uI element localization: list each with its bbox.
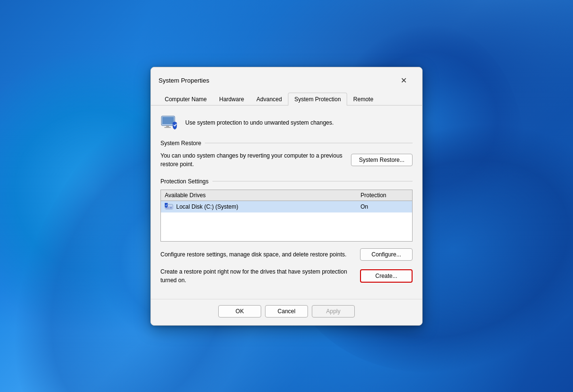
ok-button[interactable]: OK	[218, 305, 261, 318]
title-bar: System Properties ✕	[151, 67, 422, 88]
tab-system-protection[interactable]: System Protection	[288, 93, 347, 106]
configure-row: Configure restore settings, manage disk …	[160, 248, 413, 261]
table-empty-area	[161, 212, 412, 241]
system-restore-section-header: System Restore	[160, 140, 413, 147]
drive-name-cell: Local Disk (C:) (System)	[165, 203, 361, 211]
svg-rect-2	[166, 126, 169, 127]
system-properties-dialog: System Properties ✕ Computer Name Hardwa…	[150, 67, 423, 326]
tab-hardware[interactable]: Hardware	[213, 93, 250, 106]
dialog-title: System Properties	[159, 77, 209, 84]
dialog-body: Use system protection to undo unwanted s…	[151, 106, 422, 299]
header-section: Use system protection to undo unwanted s…	[160, 113, 413, 132]
svg-point-6	[170, 207, 172, 208]
drive-icon	[165, 203, 173, 211]
create-button[interactable]: Create...	[360, 269, 413, 283]
tab-computer-name[interactable]: Computer Name	[159, 93, 213, 106]
tab-remote[interactable]: Remote	[347, 93, 380, 106]
header-description: Use system protection to undo unwanted s…	[185, 119, 334, 126]
cancel-button[interactable]: Cancel	[265, 305, 308, 318]
system-restore-button[interactable]: System Restore...	[351, 154, 413, 166]
close-button[interactable]: ✕	[393, 73, 414, 88]
configure-description: Configure restore settings, manage disk …	[160, 250, 352, 259]
drive-protection-status: On	[361, 203, 368, 210]
section-divider	[205, 143, 413, 143]
system-restore-section: You can undo system changes by reverting…	[160, 151, 413, 169]
title-bar-controls: ✕	[393, 73, 414, 88]
create-description: Create a restore point right now for the…	[160, 267, 352, 285]
apply-button[interactable]: Apply	[312, 305, 355, 318]
tab-bar: Computer Name Hardware Advanced System P…	[151, 88, 422, 106]
drive-name: Local Disk (C:) (System)	[176, 203, 238, 210]
section-divider-2	[212, 181, 413, 181]
system-restore-description: You can undo system changes by reverting…	[160, 151, 343, 169]
drives-table: Available Drives Protection	[160, 190, 413, 242]
drive-protection-cell: On	[361, 203, 408, 210]
system-restore-label: System Restore	[160, 140, 201, 147]
configure-button[interactable]: Configure...	[360, 248, 413, 261]
system-protection-icon	[160, 113, 180, 132]
protection-settings-section-header: Protection Settings	[160, 178, 413, 185]
table-header: Available Drives Protection	[161, 190, 412, 201]
svg-rect-3	[164, 127, 171, 128]
dialog-footer: OK Cancel Apply	[151, 299, 422, 325]
create-row: Create a restore point right now for the…	[160, 267, 413, 285]
col-drives-header: Available Drives	[165, 192, 361, 199]
svg-rect-1	[162, 117, 174, 124]
svg-rect-7	[166, 208, 170, 208]
table-row[interactable]: Local Disk (C:) (System) On	[161, 201, 412, 212]
tab-advanced[interactable]: Advanced	[250, 93, 288, 106]
protection-settings-label: Protection Settings	[160, 178, 209, 185]
col-protection-header: Protection	[361, 192, 408, 199]
